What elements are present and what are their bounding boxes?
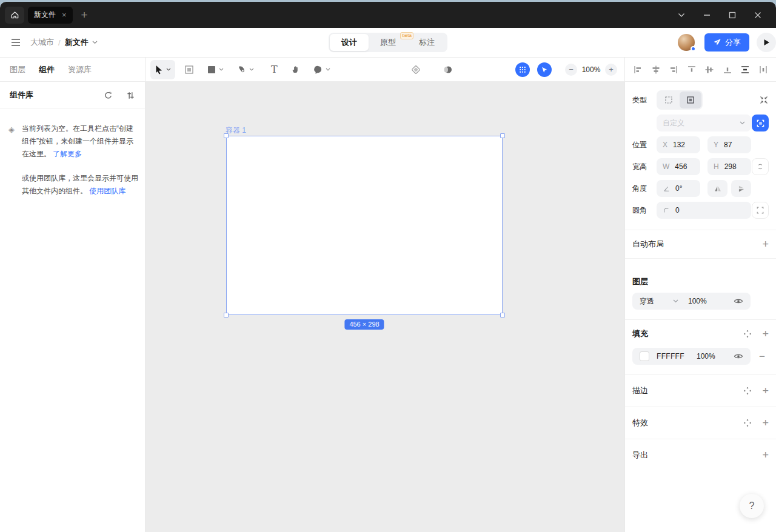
- fill-hex-value[interactable]: FFFFFF: [657, 352, 697, 361]
- avatar[interactable]: [678, 34, 695, 51]
- add-export-button[interactable]: +: [762, 450, 769, 461]
- share-button[interactable]: 分享: [704, 33, 749, 52]
- home-button[interactable]: [5, 7, 24, 24]
- fill-opacity-value[interactable]: 100%: [697, 352, 715, 361]
- x-input[interactable]: X 132: [657, 136, 700, 153]
- selected-container[interactable]: 容器 1 456 × 298: [226, 136, 503, 315]
- maximize-icon[interactable]: [724, 7, 741, 24]
- comment-tool[interactable]: [309, 60, 335, 79]
- fill-color-field[interactable]: FFFFFF 100%: [632, 348, 751, 365]
- filter-settings-icon[interactable]: [126, 91, 135, 100]
- effects-section-label: 特效: [632, 417, 648, 428]
- add-effect-button[interactable]: +: [762, 417, 769, 428]
- breadcrumb-team[interactable]: 大城市: [30, 37, 54, 48]
- angle-label: 角度: [632, 184, 657, 194]
- empty-state-text-2: 或使用团队库，这里会显示并可使用其他文件内的组件。 使用团队库: [22, 172, 139, 198]
- zoom-in-button[interactable]: +: [605, 64, 617, 76]
- layer-section-label: 图层: [632, 276, 648, 287]
- close-tab-icon[interactable]: ×: [62, 11, 67, 19]
- align-right-icon[interactable]: [669, 65, 678, 75]
- shape-tool[interactable]: [203, 60, 228, 79]
- fill-visibility-eye-icon[interactable]: [734, 353, 743, 360]
- add-fill-button[interactable]: +: [762, 328, 769, 339]
- new-tab-button[interactable]: +: [81, 9, 88, 21]
- resize-handle-bottom-left[interactable]: [224, 313, 229, 318]
- hand-tool[interactable]: [287, 60, 304, 79]
- add-stroke-button[interactable]: +: [762, 385, 769, 396]
- angle-input[interactable]: 0°: [657, 180, 700, 197]
- flip-horizontal-button[interactable]: [707, 180, 728, 197]
- pen-tool[interactable]: [233, 60, 258, 79]
- use-team-library-link[interactable]: 使用团队库: [89, 187, 125, 195]
- fill-row: FFFFFF 100% −: [632, 348, 769, 365]
- fill-section-label: 填充: [632, 328, 648, 339]
- boolean-blend-tool[interactable]: [438, 60, 457, 79]
- tab-assets[interactable]: 资源库: [68, 64, 92, 75]
- width-input[interactable]: W 456: [657, 158, 700, 175]
- tab-prototype[interactable]: 原型 beta: [369, 34, 407, 51]
- component-style-dropdown[interactable]: 自定义: [657, 115, 751, 131]
- zoom-level[interactable]: 100%: [577, 65, 605, 74]
- stroke-style-dots-icon[interactable]: [743, 387, 752, 395]
- flip-vertical-button[interactable]: [731, 180, 751, 197]
- zoom-out-button[interactable]: −: [565, 64, 577, 76]
- move-tool[interactable]: [150, 60, 175, 79]
- present-play-button[interactable]: [757, 33, 776, 52]
- align-horizontal-center-icon[interactable]: [651, 65, 661, 75]
- height-input[interactable]: H 298: [707, 158, 751, 175]
- close-window-icon[interactable]: [749, 7, 766, 24]
- container-scan-button[interactable]: [752, 115, 769, 131]
- blend-mode-field[interactable]: 穿透 100%: [632, 293, 751, 310]
- resize-handle-top-right[interactable]: [500, 133, 505, 138]
- effects-style-dots-icon[interactable]: [743, 419, 752, 427]
- help-button[interactable]: ?: [740, 494, 764, 518]
- distribute-horizontal-icon[interactable]: [758, 65, 768, 75]
- refresh-icon[interactable]: [104, 91, 113, 100]
- plugins-grid-button[interactable]: [515, 62, 530, 77]
- resize-handle-bottom-right[interactable]: [500, 313, 505, 318]
- mask-tool[interactable]: [406, 60, 426, 79]
- text-tool[interactable]: T: [267, 60, 282, 79]
- frame-tool[interactable]: [180, 60, 198, 79]
- main-menu-button[interactable]: [8, 35, 23, 50]
- tab-design[interactable]: 设计: [330, 34, 369, 51]
- layer-blend-row: 穿透 100%: [632, 293, 769, 310]
- file-menu-chevron-icon[interactable]: [92, 41, 98, 44]
- canvas[interactable]: 容器 1 456 × 298: [146, 82, 624, 532]
- align-vertical-center-icon[interactable]: [704, 65, 714, 75]
- tab-annotate[interactable]: 标注: [407, 34, 446, 51]
- corner-radius-input[interactable]: 0: [657, 202, 751, 219]
- minimize-icon[interactable]: [698, 7, 715, 24]
- type-frame-option[interactable]: [658, 91, 680, 108]
- independent-corners-button[interactable]: [752, 202, 769, 219]
- align-left-icon[interactable]: [633, 65, 643, 75]
- add-auto-layout-button[interactable]: +: [762, 239, 769, 250]
- selection-name-label[interactable]: 容器 1: [226, 125, 246, 136]
- file-tab[interactable]: 新文件 ×: [28, 7, 73, 24]
- align-top-icon[interactable]: [687, 65, 697, 75]
- tab-components[interactable]: 组件: [39, 64, 55, 75]
- resize-handle-top-left[interactable]: [224, 133, 229, 138]
- constrain-proportions-button[interactable]: [752, 158, 769, 175]
- flip-vertical-icon: [737, 185, 746, 193]
- layer-visibility-eye-icon[interactable]: [734, 298, 743, 305]
- breadcrumb-file-name[interactable]: 新文件: [65, 37, 89, 48]
- tab-layers[interactable]: 图层: [10, 64, 25, 75]
- collapse-panel-icon[interactable]: [759, 95, 769, 105]
- window-menu-chevron-icon[interactable]: [673, 7, 690, 24]
- demo-play-button[interactable]: [537, 62, 552, 77]
- layer-opacity-value[interactable]: 100%: [688, 297, 710, 305]
- fill-style-dots-icon[interactable]: [743, 330, 752, 338]
- fill-color-swatch[interactable]: [640, 351, 649, 361]
- type-container-option[interactable]: [680, 91, 701, 108]
- y-input[interactable]: Y 87: [707, 136, 751, 153]
- grid-dots-icon: [519, 66, 526, 73]
- distribute-vertical-icon[interactable]: [740, 65, 750, 75]
- learn-more-link[interactable]: 了解更多: [53, 150, 82, 158]
- hand-icon: [291, 65, 300, 74]
- align-bottom-icon[interactable]: [723, 65, 732, 75]
- auto-layout-section: 自动布局 +: [632, 230, 769, 258]
- comment-bubble-icon: [313, 65, 323, 74]
- remove-fill-button[interactable]: −: [759, 351, 765, 362]
- chevron-down-icon: [326, 68, 330, 71]
